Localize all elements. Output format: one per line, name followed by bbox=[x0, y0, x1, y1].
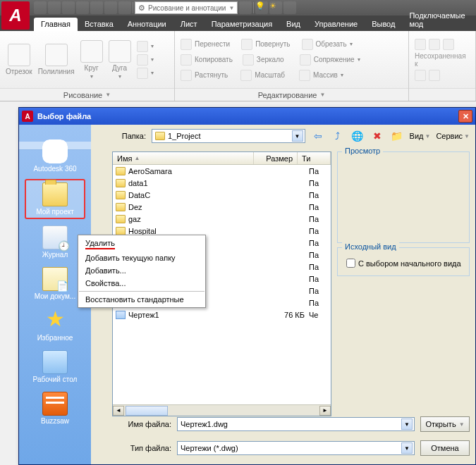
col-name[interactable]: Имя ▲ bbox=[113, 152, 254, 164]
search-web-icon[interactable]: 🌐 bbox=[350, 129, 365, 143]
file-row[interactable]: DataCПа bbox=[113, 189, 331, 201]
qat-sun-icon[interactable]: ☀ bbox=[269, 1, 282, 14]
folder-icon bbox=[116, 215, 126, 223]
ctx-add[interactable]: Добавить... bbox=[78, 264, 205, 277]
horizontal-scrollbar[interactable]: ◄ ► bbox=[113, 404, 331, 416]
tool-arc[interactable]: Дуга▾ bbox=[109, 40, 131, 80]
tab-insert[interactable]: Вставка bbox=[78, 18, 121, 31]
qat-undo-icon[interactable] bbox=[104, 1, 117, 14]
place-buzzsaw[interactable]: Buzzsaw bbox=[25, 390, 85, 427]
back-button[interactable]: ⇦ bbox=[311, 129, 325, 143]
copy-icon[interactable] bbox=[181, 54, 192, 66]
dialog-icon: A bbox=[22, 111, 33, 122]
tool-polyline[interactable]: Полилиния bbox=[38, 44, 75, 75]
initview-check-row[interactable]: С выбором начального вида bbox=[343, 256, 463, 270]
app-logo[interactable]: A bbox=[1, 1, 30, 30]
tools-menu[interactable]: Сервис▼ bbox=[436, 132, 470, 140]
tool-circle[interactable]: Круг▾ bbox=[80, 40, 103, 80]
scroll-left-icon[interactable]: ◄ bbox=[113, 406, 124, 416]
tab-output[interactable]: Вывод bbox=[365, 18, 402, 31]
qat-saveas-icon[interactable] bbox=[76, 1, 89, 14]
qat-redo-icon[interactable] bbox=[118, 1, 131, 14]
buzz-icon bbox=[42, 392, 68, 416]
qat-new-icon[interactable] bbox=[34, 1, 47, 14]
cancel-button[interactable]: Отмена bbox=[420, 440, 470, 456]
layer-icon2[interactable] bbox=[429, 39, 440, 50]
tab-layout[interactable]: Лист bbox=[173, 18, 205, 31]
layer-icon3[interactable] bbox=[443, 39, 454, 50]
folder-combo[interactable]: 1_Project ▼ bbox=[152, 129, 305, 143]
ctx-restore[interactable]: Восстановить стандартные bbox=[78, 293, 205, 306]
workspace-label: Рисование и аннотации bbox=[148, 4, 226, 12]
place-fav[interactable]: ★Избранное bbox=[25, 306, 85, 344]
tool-line[interactable]: Отрезок bbox=[6, 44, 32, 75]
stretch-icon[interactable] bbox=[181, 70, 192, 81]
file-name: gaz bbox=[128, 215, 265, 223]
initview-checkbox[interactable] bbox=[346, 259, 355, 268]
filename-dropdown-icon[interactable]: ▼ bbox=[401, 418, 413, 430]
workspace-dropdown[interactable]: ⚙ Рисование и аннотации ▼ bbox=[135, 1, 238, 14]
tab-manage[interactable]: Управление bbox=[307, 18, 365, 31]
tab-plugins[interactable]: Подключаемые мод bbox=[402, 9, 476, 31]
tab-home[interactable]: Главная bbox=[34, 18, 78, 31]
qat-open-icon[interactable] bbox=[48, 1, 61, 14]
file-type: Че bbox=[309, 311, 331, 319]
layer-icon1[interactable] bbox=[415, 39, 426, 50]
file-row[interactable]: AeroSamaraПа bbox=[113, 165, 331, 177]
folder-icon bbox=[116, 203, 126, 211]
folder-dropdown-icon[interactable]: ▼ bbox=[292, 130, 303, 142]
layer-icon5[interactable] bbox=[429, 70, 440, 81]
place-journal[interactable]: Журнал bbox=[25, 223, 85, 261]
qat-bulb-icon[interactable]: 💡 bbox=[255, 1, 268, 14]
open-button[interactable]: Открыть▼ bbox=[420, 416, 470, 432]
newfolder-icon[interactable]: 📁 bbox=[390, 129, 404, 143]
ctx-add-current[interactable]: Добавить текущую папку bbox=[78, 252, 205, 264]
move-icon[interactable] bbox=[181, 39, 192, 50]
file-type: Па bbox=[309, 203, 331, 211]
file-row[interactable]: DezПа bbox=[113, 201, 331, 213]
file-name: DataC bbox=[128, 191, 265, 199]
tab-view[interactable]: Вид bbox=[279, 18, 307, 31]
place-label: Мои докум... bbox=[35, 292, 75, 300]
place-myproject[interactable]: Мой проект bbox=[25, 179, 85, 219]
file-name: data1 bbox=[128, 179, 265, 187]
tab-parametric[interactable]: Параметризация bbox=[205, 18, 279, 31]
ctx-properties[interactable]: Свойства... bbox=[78, 277, 205, 290]
close-button[interactable]: ✕ bbox=[458, 110, 472, 123]
tool-ellipse-icon[interactable] bbox=[137, 54, 148, 66]
tool-rect-icon[interactable] bbox=[137, 41, 148, 52]
scale-icon[interactable] bbox=[240, 70, 252, 81]
mirror-icon[interactable] bbox=[243, 54, 254, 66]
view-menu[interactable]: Вид▼ bbox=[410, 132, 431, 140]
dialog-titlebar[interactable]: A Выбор файла ✕ bbox=[19, 108, 475, 125]
file-row[interactable]: data1Па bbox=[113, 177, 331, 189]
scroll-thumb[interactable] bbox=[126, 406, 168, 416]
tab-annotate[interactable]: Аннотации bbox=[121, 18, 173, 31]
delete-icon[interactable]: ✖ bbox=[370, 129, 384, 143]
fillet-icon[interactable] bbox=[300, 54, 311, 66]
filename-combo[interactable]: Чертеж1.dwg ▼ bbox=[177, 417, 415, 431]
folder-value: 1_Project bbox=[168, 132, 200, 140]
rotate-icon[interactable] bbox=[241, 39, 252, 50]
array-icon[interactable] bbox=[299, 70, 310, 81]
trim-icon[interactable] bbox=[302, 39, 313, 50]
filetype-combo[interactable]: Чертежи (*.dwg) ▼ bbox=[177, 441, 415, 455]
qat-plot-icon[interactable] bbox=[90, 1, 103, 14]
col-size[interactable]: Размер bbox=[254, 152, 298, 164]
place-desktop[interactable]: Рабочий стол bbox=[25, 348, 85, 385]
file-row[interactable]: gazПа bbox=[113, 213, 331, 225]
qat-share-icon[interactable] bbox=[239, 1, 252, 14]
file-row[interactable]: Чертеж176 КБЧе bbox=[113, 309, 331, 321]
qat-save-icon[interactable] bbox=[62, 1, 75, 14]
qat-freeze-icon[interactable] bbox=[283, 1, 296, 14]
tool-hatch-icon[interactable] bbox=[137, 68, 148, 79]
filetype-dropdown-icon[interactable]: ▼ bbox=[401, 442, 413, 454]
col-type[interactable]: Ти bbox=[298, 152, 331, 164]
file-type: Па bbox=[309, 167, 331, 175]
layer-icon4[interactable] bbox=[415, 70, 426, 81]
up-button[interactable]: ⤴ bbox=[331, 129, 345, 143]
place-mydocs[interactable]: Мои докум... bbox=[25, 265, 85, 302]
scroll-right-icon[interactable]: ► bbox=[319, 406, 331, 416]
preview-label: Просмотр bbox=[342, 147, 383, 155]
ctx-delete[interactable]: Удалить bbox=[78, 237, 205, 252]
